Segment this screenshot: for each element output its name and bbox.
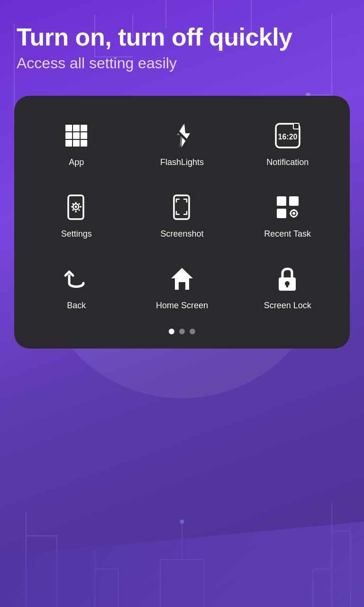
screenshot-icon <box>166 191 198 223</box>
recent-task-icon <box>272 191 304 223</box>
settings-button[interactable]: Settings <box>24 182 129 248</box>
main-title: Turn on, turn off quickly <box>17 24 347 51</box>
flashlights-label: FlashLights <box>160 157 204 167</box>
flashlights-icon <box>166 120 198 152</box>
svg-rect-36 <box>65 140 72 147</box>
svg-rect-30 <box>65 125 72 131</box>
screenshot-label: Screenshot <box>160 229 203 239</box>
notification-label: Notification <box>266 157 309 167</box>
svg-point-24 <box>180 520 184 524</box>
flashlights-button[interactable]: FlashLights <box>129 110 235 177</box>
svg-rect-60 <box>277 209 286 218</box>
app-label: App <box>69 157 84 167</box>
home-icon <box>166 263 198 295</box>
svg-rect-31 <box>73 125 80 131</box>
settings-label: Settings <box>61 229 92 239</box>
dot-1[interactable] <box>169 329 174 334</box>
svg-rect-59 <box>289 196 299 206</box>
screenshot-button[interactable]: Screenshot <box>129 182 235 248</box>
recent-task-label: Recent Task <box>264 229 311 239</box>
svg-point-62 <box>292 212 295 215</box>
svg-text:16:20: 16:20 <box>278 133 297 141</box>
svg-rect-66 <box>296 213 298 214</box>
svg-rect-33 <box>65 132 72 139</box>
svg-rect-49 <box>75 202 77 204</box>
screen-lock-icon <box>272 263 304 295</box>
svg-rect-50 <box>75 211 77 212</box>
notification-icon: 16:20 <box>272 120 304 152</box>
svg-rect-56 <box>78 209 80 211</box>
svg-rect-68 <box>179 282 185 290</box>
svg-point-73 <box>286 285 288 287</box>
svg-rect-34 <box>73 132 80 139</box>
svg-rect-65 <box>290 213 291 214</box>
svg-rect-38 <box>81 140 87 147</box>
icon-grid: App FlashLights <box>24 110 340 320</box>
svg-rect-64 <box>293 216 294 218</box>
dot-2[interactable] <box>179 329 185 334</box>
svg-rect-51 <box>71 206 73 208</box>
app-button[interactable]: App <box>24 110 129 177</box>
dot-3[interactable] <box>190 329 195 334</box>
svg-rect-35 <box>81 132 87 139</box>
screen-lock-label: Screen Lock <box>264 301 311 311</box>
sub-title: Access all setting easily <box>17 55 347 72</box>
svg-rect-58 <box>277 196 286 206</box>
quick-access-card: App FlashLights <box>14 96 350 349</box>
app-icon <box>60 120 92 152</box>
back-button[interactable]: Back <box>24 253 129 320</box>
svg-point-48 <box>75 206 77 208</box>
settings-icon <box>60 191 92 223</box>
home-screen-label: Home Screen <box>156 301 208 311</box>
svg-rect-32 <box>81 125 87 131</box>
svg-rect-72 <box>286 281 288 285</box>
back-icon <box>60 263 92 295</box>
recent-task-button[interactable]: Recent Task <box>235 182 340 248</box>
svg-rect-37 <box>73 140 80 147</box>
screen-lock-button[interactable]: Screen Lock <box>235 253 340 320</box>
back-label: Back <box>67 301 86 311</box>
page-indicator <box>24 329 340 334</box>
svg-rect-52 <box>80 206 82 208</box>
home-screen-button[interactable]: Home Screen <box>129 253 235 320</box>
svg-rect-63 <box>293 209 294 211</box>
notification-button[interactable]: 16:20 Notification <box>235 110 340 177</box>
